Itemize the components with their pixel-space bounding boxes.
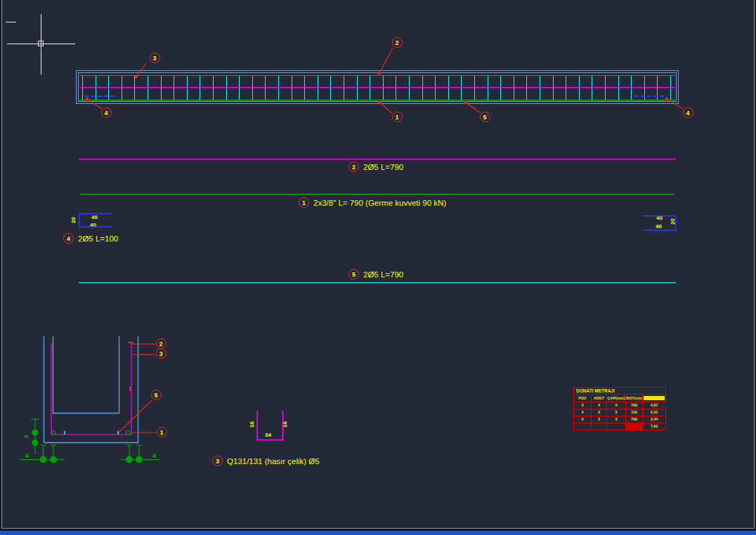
bar-pos4-label[interactable]: 4 2Ø5 L=100 (63, 233, 118, 244)
callout-balloon-1[interactable]: 1 (392, 112, 403, 122)
beam-stirrups[interactable] (82, 75, 674, 100)
canvas-border-left (1, 0, 2, 529)
hook-right-dim-web: 20 (670, 218, 676, 225)
total-red-block (626, 423, 642, 430)
quantity-table[interactable]: DONATI METRAJI POZ ADET ÇAP(mm) BOY(cm) … (573, 387, 666, 430)
bar-pos3-label[interactable]: 3 Q131/131 (hasır çelik) Ø5 (212, 456, 320, 466)
table-row: 4 2 5 100 0,31 (574, 409, 665, 416)
cut-number-rotated: 4 (22, 435, 30, 438)
cad-window: 3 2 1 5 4 4 2 2Ø5 L=790 1 2x3/8" L= 790 … (0, 0, 756, 535)
cell-adet: 4 (591, 402, 606, 409)
col-header-poz: POZ (574, 395, 591, 402)
cell-poz: 5 (574, 416, 591, 423)
hook-left-dim-bottom: 40 (90, 222, 96, 228)
bar-pos3-text: Q131/131 (hasır çelik) Ø5 (227, 457, 320, 465)
cell-poz: 4 (574, 409, 591, 416)
highlighted-header-block (644, 396, 665, 400)
table-row: 5 2 5 790 2,44 (574, 416, 665, 423)
total-label-block (625, 423, 642, 430)
hook-right-dim-top: 40 (656, 215, 663, 221)
bar-pos5-line[interactable] (79, 282, 676, 283)
total-kg: 7,62 (642, 423, 665, 430)
callout-balloon-5[interactable]: 5 (348, 269, 359, 279)
cell-adet: 2 (591, 409, 606, 416)
cell-poz: 2 (574, 402, 591, 409)
col-header-weight (642, 395, 665, 402)
beam-mid-bar-pos5[interactable] (79, 87, 675, 88)
mesh-dim-right: 16 (282, 421, 288, 428)
table-header-row: POZ ADET ÇAP(mm) BOY(cm) (574, 394, 665, 402)
cell-kg: 4,87 (642, 402, 665, 409)
callout-balloon-4-right[interactable]: 4 (683, 107, 693, 118)
callout-balloon-3[interactable]: 3 (212, 456, 223, 466)
crosshair-pickbox (38, 41, 44, 46)
bar-pos5-text: 2Ø5 L=790 (363, 270, 403, 279)
beam-elevation[interactable] (76, 70, 679, 104)
beam-strand-pos1[interactable] (79, 100, 675, 100)
cell-boy: 100 (625, 409, 642, 416)
callout-balloon-4[interactable]: 4 (63, 233, 74, 244)
cell-cap: 5 (606, 402, 625, 409)
beam-hook-bar-left-pos4[interactable] (85, 95, 117, 97)
hook-left-dim-web: 20 (70, 217, 77, 223)
section-balloon-5[interactable]: 5 (151, 390, 162, 400)
section-balloon-3[interactable]: 3 (156, 348, 167, 359)
bar-pos2-text: 2Ø5 L=790 (363, 163, 403, 171)
mesh-dim-width: 34 (265, 432, 271, 438)
callout-balloon-4-left[interactable]: 4 (101, 107, 112, 118)
hook-right-dim-bottom: 40 (656, 223, 662, 230)
cell-kg: 2,44 (642, 416, 665, 423)
cut-number-left: 4 (25, 452, 29, 459)
cut-number-right: 4 (152, 452, 156, 459)
cell-empty (591, 423, 606, 430)
callout-balloon-5[interactable]: 5 (480, 112, 490, 122)
cell-empty (574, 423, 591, 430)
hook-left-dim-top: 40 (91, 214, 98, 220)
mesh-dim-left: 16 (249, 421, 255, 428)
col-header-boy: BOY(cm) (625, 395, 642, 402)
canvas-border-right (754, 0, 755, 529)
callout-balloon-2[interactable]: 2 (348, 161, 359, 172)
table-total-row: 7,62 (574, 423, 665, 430)
table-row: 2 4 5 790 4,87 (574, 402, 665, 409)
callout-balloon-1[interactable]: 1 (299, 197, 309, 208)
bar-pos2-line[interactable] (79, 159, 676, 159)
col-header-cap: ÇAP(mm) (606, 395, 625, 402)
bar-pos1-label[interactable]: 1 2x3/8" L= 790 (Germe kuvveti 90 kN) (299, 197, 446, 208)
table-title: DONATI METRAJI (574, 388, 665, 394)
beam-hook-bar-right-pos4[interactable] (634, 95, 667, 97)
window-bottom-edge (0, 531, 756, 535)
beam-top-bar-pos2[interactable] (79, 75, 675, 76)
table-title-row: DONATI METRAJI (574, 388, 665, 394)
col-header-adet: ADET (591, 395, 606, 402)
callout-balloon-2[interactable]: 2 (392, 37, 403, 48)
cell-kg: 0,31 (642, 409, 665, 416)
bar-pos4-text: 2Ø5 L=100 (78, 235, 118, 243)
section-balloon-2[interactable]: 2 (156, 338, 167, 349)
cell-boy: 790 (625, 402, 642, 409)
bar-pos1-strand-line[interactable] (80, 194, 674, 194)
bar-pos2-label[interactable]: 2 2Ø5 L=790 (348, 161, 403, 172)
bar-pos5-label[interactable]: 5 2Ø5 L=790 (348, 269, 403, 279)
cell-adet: 2 (591, 416, 606, 423)
canvas-border-bottom (1, 528, 755, 529)
cell-cap: 5 (606, 416, 625, 423)
cell-empty (606, 423, 625, 430)
section-balloon-1[interactable]: 1 (157, 427, 167, 437)
callout-balloon-3[interactable]: 3 (150, 53, 160, 63)
cell-cap: 5 (606, 409, 625, 416)
cell-boy: 790 (625, 416, 642, 423)
ui-artifact-dash (6, 22, 16, 22)
bar-pos1-text: 2x3/8" L= 790 (Germe kuvveti 90 kN) (313, 199, 446, 207)
